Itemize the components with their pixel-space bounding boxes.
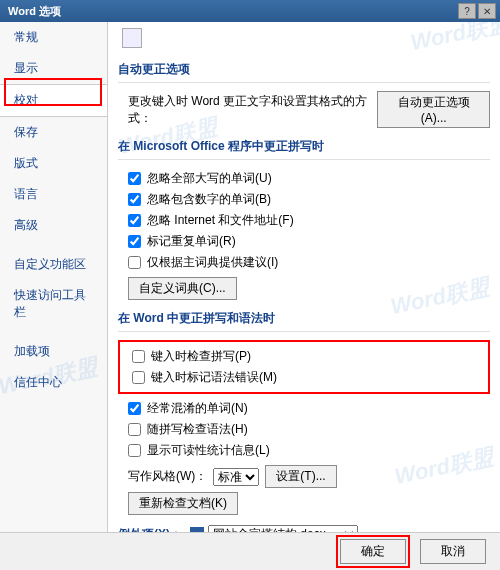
ok-button[interactable]: 确定 [340, 539, 406, 564]
cb-confused-words[interactable]: 经常混淆的单词(N) [128, 398, 490, 419]
cb-flag-repeated[interactable]: 标记重复单词(R) [128, 231, 490, 252]
autocorrect-label: 更改键入时 Word 更正文字和设置其格式的方式： [128, 93, 371, 127]
cb-readability-stats[interactable]: 显示可读性统计信息(L) [128, 440, 490, 461]
cb-ignore-numbers[interactable]: 忽略包含数字的单词(B) [128, 189, 490, 210]
custom-dictionaries-button[interactable]: 自定义词典(C)... [128, 277, 237, 300]
window-title: Word 选项 [4, 4, 456, 19]
recheck-document-button[interactable]: 重新检查文档(K) [128, 492, 238, 515]
titlebar: Word 选项 ? ✕ [0, 0, 500, 22]
writing-style-settings-button[interactable]: 设置(T)... [265, 465, 336, 488]
cb-mark-grammar-typing[interactable]: 键入时标记语法错误(M) [132, 367, 486, 388]
sidebar-item-qat[interactable]: 快速访问工具栏 [0, 280, 107, 328]
cb-main-dict-only[interactable]: 仅根据主词典提供建议(I) [128, 252, 490, 273]
sidebar-item-language[interactable]: 语言 [0, 179, 107, 210]
sidebar: 常规 显示 校对 保存 版式 语言 高级 自定义功能区 快速访问工具栏 加载项 … [0, 22, 108, 532]
cb-ignore-uppercase[interactable]: 忽略全部大写的单词(U) [128, 168, 490, 189]
exceptions-doc-select[interactable]: 网站金字塔结构.docx [208, 525, 358, 532]
page-icon [122, 28, 142, 48]
autocorrect-options-button[interactable]: 自动更正选项(A)... [377, 91, 490, 128]
section-office-spelling: 在 Microsoft Office 程序中更正拼写时 [118, 132, 490, 160]
content-panel: Word联盟 Word联盟 Word联盟 Word联盟 自动更正选项 更改键入时… [108, 22, 500, 532]
highlight-ok: 确定 [336, 535, 410, 568]
sidebar-item-trust[interactable]: 信任中心 [0, 367, 107, 398]
cb-ignore-internet[interactable]: 忽略 Internet 和文件地址(F) [128, 210, 490, 231]
exceptions-label: 例外项(X)： [118, 526, 182, 533]
sidebar-item-display[interactable]: 显示 [0, 53, 107, 84]
writing-style-select[interactable]: 标准 [213, 468, 259, 486]
section-autocorrect: 自动更正选项 [118, 55, 490, 83]
writing-style-label: 写作风格(W)： [128, 468, 207, 485]
cancel-button[interactable]: 取消 [420, 539, 486, 564]
sidebar-item-addins[interactable]: 加载项 [0, 336, 107, 367]
sidebar-item-customize-ribbon[interactable]: 自定义功能区 [0, 249, 107, 280]
sidebar-item-proofing[interactable]: 校对 [0, 84, 107, 117]
help-button[interactable]: ? [458, 3, 476, 19]
section-exceptions: 例外项(X)： 网站金字塔结构.docx [118, 519, 490, 532]
section-word-spelling: 在 Word 中更正拼写和语法时 [118, 304, 490, 332]
cb-check-spelling-typing[interactable]: 键入时检查拼写(P) [132, 346, 486, 367]
dialog-footer: 确定 取消 [0, 532, 500, 570]
sidebar-item-advanced[interactable]: 高级 [0, 210, 107, 241]
sidebar-item-layout[interactable]: 版式 [0, 148, 107, 179]
word-doc-icon [190, 527, 204, 532]
close-button[interactable]: ✕ [478, 3, 496, 19]
cb-grammar-with-spelling[interactable]: 随拼写检查语法(H) [128, 419, 490, 440]
sidebar-item-general[interactable]: 常规 [0, 22, 107, 53]
sidebar-item-save[interactable]: 保存 [0, 117, 107, 148]
highlight-spellcheck-options: 键入时检查拼写(P) 键入时标记语法错误(M) [118, 340, 490, 394]
